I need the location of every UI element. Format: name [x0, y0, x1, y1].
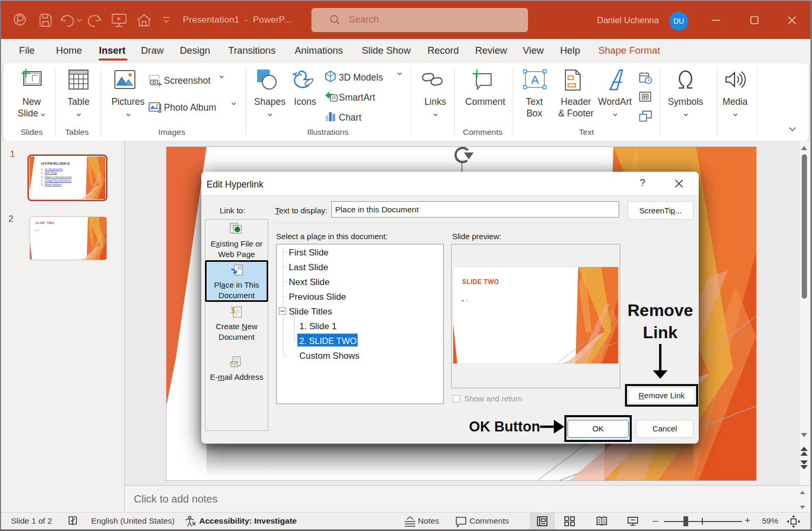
svg-text:Custom Shows: Custom Shows [299, 351, 359, 361]
svg-text:Previous Slide: Previous Slide [289, 292, 346, 302]
svg-text:Next Slide: Next Slide [289, 277, 329, 287]
svg-text:1. Slide 1: 1. Slide 1 [299, 321, 337, 331]
svg-text:A: A [531, 73, 539, 86]
svg-text:2. SLIDE TWO: 2. SLIDE TWO [299, 336, 357, 346]
svg-text:Last Slide: Last Slide [289, 262, 328, 272]
svg-text:Slide Titles: Slide Titles [289, 307, 332, 317]
svg-text:First Slide: First Slide [289, 248, 329, 258]
